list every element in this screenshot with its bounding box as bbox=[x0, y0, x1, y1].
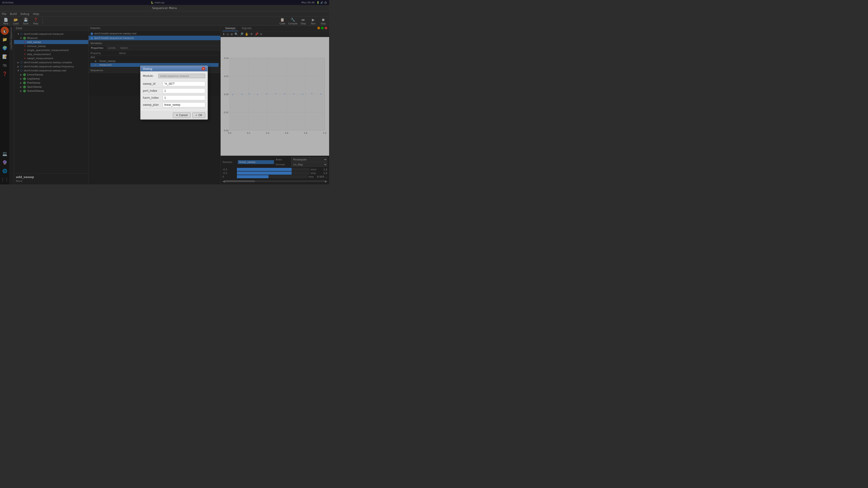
dialog-buttons: ✕ Cancel ✓ OK bbox=[141, 111, 208, 119]
dialog-title: Dialog bbox=[143, 67, 152, 70]
cancel-icon: ✕ bbox=[176, 113, 178, 117]
dialog-header: Dialog ✕ bbox=[141, 66, 208, 71]
dialog-field-row-sweep-id: sweep_id bbox=[143, 80, 205, 88]
sweep-id-input[interactable] bbox=[163, 81, 205, 86]
sweep-plan-input[interactable] bbox=[163, 102, 205, 107]
port-index-input[interactable] bbox=[163, 88, 205, 93]
harm-index-label: harm_index bbox=[143, 96, 161, 99]
dialog-close-button[interactable]: ✕ bbox=[202, 67, 205, 70]
dialog-field-row-port-index: port_index bbox=[143, 88, 205, 94]
ok-button[interactable]: ✓ OK bbox=[192, 112, 205, 118]
sweep-id-label: sweep_id bbox=[143, 82, 161, 86]
module-label: Module: bbox=[143, 74, 156, 77]
dialog-module-row: Module: bbox=[143, 74, 205, 78]
module-input[interactable] bbox=[158, 74, 205, 78]
harm-index-input[interactable] bbox=[163, 95, 205, 100]
dialog-overlay: Dialog ✕ Module: sweep_id port_index har… bbox=[0, 0, 329, 184]
ok-icon: ✓ bbox=[195, 113, 197, 117]
dialog-field-row-harm-index: harm_index bbox=[143, 94, 205, 101]
port-index-label: port_index bbox=[143, 89, 161, 92]
cancel-button[interactable]: ✕ Cancel bbox=[173, 112, 190, 118]
dialog-body: Module: sweep_id port_index harm_index s… bbox=[141, 71, 208, 111]
dialog-field-row-sweep-plan: sweep_plan bbox=[143, 101, 205, 108]
dialog: Dialog ✕ Module: sweep_id port_index har… bbox=[140, 66, 208, 120]
sweep-plan-label: sweep_plan bbox=[143, 103, 161, 106]
